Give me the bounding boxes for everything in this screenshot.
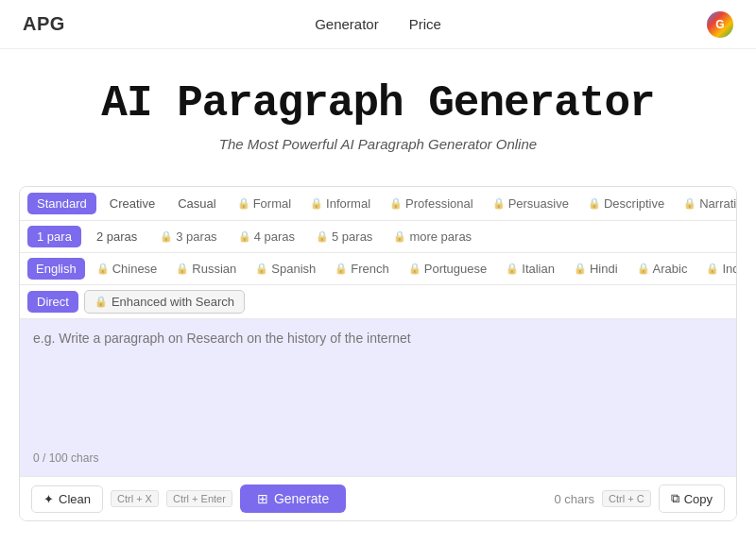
textarea-section: 0 / 100 chars <box>20 319 736 476</box>
tab-formal[interactable]: 🔒Formal <box>230 193 299 214</box>
nav-link-generator[interactable]: Generator <box>315 16 379 32</box>
hero-section: AI Paragraph Generator The Most Powerful… <box>0 49 756 171</box>
lang-btn-english[interactable]: English <box>27 258 85 280</box>
generate-icon: ⊞ <box>257 491 268 506</box>
para-btn-1[interactable]: 1 para <box>27 226 81 247</box>
tab-informal[interactable]: 🔒Informal <box>302 193 378 214</box>
navbar: APG Generator Price G <box>0 0 756 49</box>
lang-btn-indonesian[interactable]: 🔒Indonesian <box>698 258 736 280</box>
nav-logo: APG <box>23 13 65 35</box>
lang-btn-hindi[interactable]: 🔒Hindi <box>566 258 626 280</box>
tab-narrative[interactable]: 🔒Narrative <box>676 193 736 214</box>
tab-descriptive[interactable]: 🔒Descriptive <box>580 193 672 214</box>
clean-shortcut: Ctrl + X <box>111 490 159 507</box>
copy-label: Copy <box>684 492 713 506</box>
lang-btn-french[interactable]: 🔒French <box>327 258 396 280</box>
google-icon[interactable]: G <box>707 11 733 38</box>
lang-btn-russian[interactable]: 🔒Russian <box>168 258 244 280</box>
clean-label: Clean <box>59 492 91 506</box>
lang-btn-spanish[interactable]: 🔒Spanish <box>248 258 323 280</box>
bottom-heading: How to use AI Paragraph Generator for Wr… <box>0 536 756 544</box>
tab-persuasive[interactable]: 🔒Persuasive <box>485 193 576 214</box>
lang-btn-chinese[interactable]: 🔒Chinese <box>89 258 165 280</box>
nav-links: Generator Price <box>315 16 441 32</box>
copy-button[interactable]: ⧉ Copy <box>659 484 725 513</box>
tab-standard[interactable]: Standard <box>27 193 96 214</box>
lang-btn-portuguese[interactable]: 🔒Portuguese <box>401 258 495 280</box>
para-btn-more[interactable]: 🔒more paras <box>386 226 479 247</box>
tool-container: Standard Creative Casual 🔒Formal 🔒Inform… <box>19 186 737 521</box>
clean-icon: ✦ <box>43 492 54 506</box>
output-char-count: 0 chars <box>554 492 594 506</box>
page-title: AI Paragraph Generator <box>19 79 737 128</box>
bottom-bar: ✦ Clean Ctrl + X Ctrl + Enter ⊞ Generate… <box>20 476 736 520</box>
clean-button[interactable]: ✦ Clean <box>31 485 103 513</box>
generate-shortcut: Ctrl + Enter <box>166 490 232 507</box>
lock-icon-enhanced: 🔒 <box>94 296 108 308</box>
copy-icon: ⧉ <box>671 491 679 506</box>
enhanced-label: Enhanced with Search <box>112 295 234 309</box>
para-btn-2[interactable]: 2 paras <box>87 226 146 247</box>
language-row: English 🔒Chinese 🔒Russian 🔒Spanish 🔒Fren… <box>20 253 736 285</box>
lang-btn-italian[interactable]: 🔒Italian <box>498 258 562 280</box>
para-btn-3[interactable]: 🔒3 paras <box>152 226 224 247</box>
tab-casual[interactable]: Casual <box>168 193 225 214</box>
style-tabs-row: Standard Creative Casual 🔒Formal 🔒Inform… <box>20 187 736 221</box>
para-btn-5[interactable]: 🔒5 paras <box>308 226 380 247</box>
para-btn-4[interactable]: 🔒4 paras <box>231 226 302 247</box>
mode-btn-direct[interactable]: Direct <box>27 291 78 313</box>
page-subtitle: The Most Powerful AI Paragraph Generator… <box>19 136 737 152</box>
mode-btn-enhanced[interactable]: 🔒 Enhanced with Search <box>84 290 245 314</box>
lang-btn-arabic[interactable]: 🔒Arabic <box>629 258 696 280</box>
tab-professional[interactable]: 🔒Professional <box>382 193 481 214</box>
mode-row: Direct 🔒 Enhanced with Search <box>20 285 736 319</box>
generate-label: Generate <box>274 491 329 506</box>
copy-shortcut: Ctrl + C <box>602 490 651 507</box>
para-count-row: 1 para 2 paras 🔒3 paras 🔒4 paras 🔒5 para… <box>20 221 736 253</box>
generate-button[interactable]: ⊞ Generate <box>240 484 346 513</box>
prompt-input[interactable] <box>33 331 723 444</box>
char-count: 0 / 100 chars <box>33 451 723 465</box>
tab-creative[interactable]: Creative <box>100 193 164 214</box>
nav-link-price[interactable]: Price <box>409 16 441 32</box>
